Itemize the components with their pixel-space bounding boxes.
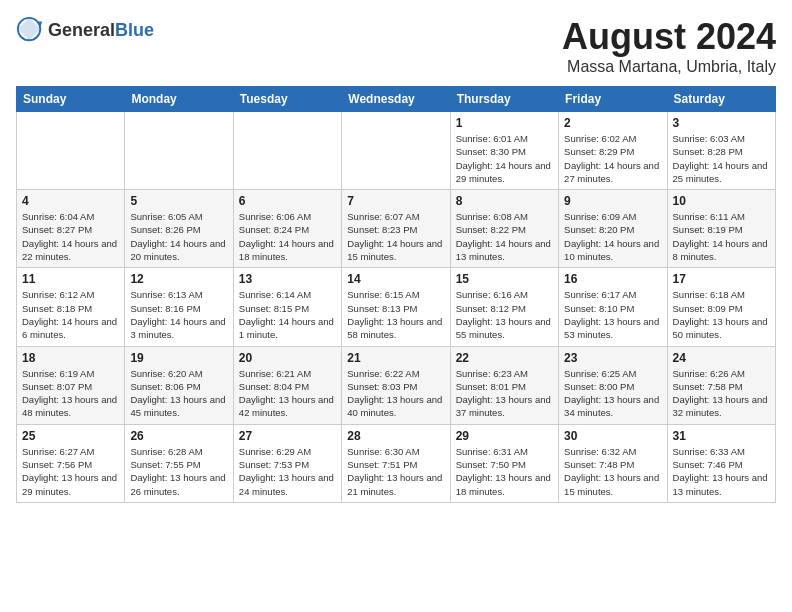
logo-icon [16,16,44,44]
cell-w5-d2: 26Sunrise: 6:28 AM Sunset: 7:55 PM Dayli… [125,424,233,502]
day-detail: Sunrise: 6:03 AM Sunset: 8:28 PM Dayligh… [673,132,770,185]
cell-w2-d3: 6Sunrise: 6:06 AM Sunset: 8:24 PM Daylig… [233,190,341,268]
day-detail: Sunrise: 6:33 AM Sunset: 7:46 PM Dayligh… [673,445,770,498]
day-detail: Sunrise: 6:27 AM Sunset: 7:56 PM Dayligh… [22,445,119,498]
day-detail: Sunrise: 6:28 AM Sunset: 7:55 PM Dayligh… [130,445,227,498]
cell-w1-d4 [342,112,450,190]
day-number: 18 [22,351,119,365]
cell-w1-d2 [125,112,233,190]
header-row: Sunday Monday Tuesday Wednesday Thursday… [17,87,776,112]
cell-w4-d7: 24Sunrise: 6:26 AM Sunset: 7:58 PM Dayli… [667,346,775,424]
day-detail: Sunrise: 6:02 AM Sunset: 8:29 PM Dayligh… [564,132,661,185]
calendar-header: Sunday Monday Tuesday Wednesday Thursday… [17,87,776,112]
cell-w4-d1: 18Sunrise: 6:19 AM Sunset: 8:07 PM Dayli… [17,346,125,424]
day-number: 11 [22,272,119,286]
day-number: 19 [130,351,227,365]
day-number: 17 [673,272,770,286]
cell-w2-d5: 8Sunrise: 6:08 AM Sunset: 8:22 PM Daylig… [450,190,558,268]
day-number: 29 [456,429,553,443]
title-block: August 2024 Massa Martana, Umbria, Italy [562,16,776,76]
day-number: 31 [673,429,770,443]
day-number: 13 [239,272,336,286]
week-row-1: 1Sunrise: 6:01 AM Sunset: 8:30 PM Daylig… [17,112,776,190]
day-number: 9 [564,194,661,208]
week-row-2: 4Sunrise: 6:04 AM Sunset: 8:27 PM Daylig… [17,190,776,268]
cell-w5-d6: 30Sunrise: 6:32 AM Sunset: 7:48 PM Dayli… [559,424,667,502]
calendar-table: Sunday Monday Tuesday Wednesday Thursday… [16,86,776,503]
day-number: 28 [347,429,444,443]
day-detail: Sunrise: 6:04 AM Sunset: 8:27 PM Dayligh… [22,210,119,263]
col-friday: Friday [559,87,667,112]
day-detail: Sunrise: 6:32 AM Sunset: 7:48 PM Dayligh… [564,445,661,498]
day-detail: Sunrise: 6:09 AM Sunset: 8:20 PM Dayligh… [564,210,661,263]
day-number: 15 [456,272,553,286]
cell-w3-d1: 11Sunrise: 6:12 AM Sunset: 8:18 PM Dayli… [17,268,125,346]
cell-w1-d7: 3Sunrise: 6:03 AM Sunset: 8:28 PM Daylig… [667,112,775,190]
cell-w4-d6: 23Sunrise: 6:25 AM Sunset: 8:00 PM Dayli… [559,346,667,424]
day-detail: Sunrise: 6:23 AM Sunset: 8:01 PM Dayligh… [456,367,553,420]
col-tuesday: Tuesday [233,87,341,112]
cell-w1-d1 [17,112,125,190]
cell-w2-d7: 10Sunrise: 6:11 AM Sunset: 8:19 PM Dayli… [667,190,775,268]
week-row-4: 18Sunrise: 6:19 AM Sunset: 8:07 PM Dayli… [17,346,776,424]
cell-w1-d5: 1Sunrise: 6:01 AM Sunset: 8:30 PM Daylig… [450,112,558,190]
day-number: 20 [239,351,336,365]
cell-w2-d1: 4Sunrise: 6:04 AM Sunset: 8:27 PM Daylig… [17,190,125,268]
day-detail: Sunrise: 6:01 AM Sunset: 8:30 PM Dayligh… [456,132,553,185]
day-detail: Sunrise: 6:20 AM Sunset: 8:06 PM Dayligh… [130,367,227,420]
day-number: 26 [130,429,227,443]
cell-w3-d4: 14Sunrise: 6:15 AM Sunset: 8:13 PM Dayli… [342,268,450,346]
cell-w5-d1: 25Sunrise: 6:27 AM Sunset: 7:56 PM Dayli… [17,424,125,502]
cell-w3-d2: 12Sunrise: 6:13 AM Sunset: 8:16 PM Dayli… [125,268,233,346]
cell-w3-d5: 15Sunrise: 6:16 AM Sunset: 8:12 PM Dayli… [450,268,558,346]
logo: General Blue [16,16,154,44]
col-monday: Monday [125,87,233,112]
day-detail: Sunrise: 6:22 AM Sunset: 8:03 PM Dayligh… [347,367,444,420]
cell-w5-d4: 28Sunrise: 6:30 AM Sunset: 7:51 PM Dayli… [342,424,450,502]
day-detail: Sunrise: 6:31 AM Sunset: 7:50 PM Dayligh… [456,445,553,498]
logo-blue: Blue [115,20,154,41]
day-detail: Sunrise: 6:08 AM Sunset: 8:22 PM Dayligh… [456,210,553,263]
cell-w5-d5: 29Sunrise: 6:31 AM Sunset: 7:50 PM Dayli… [450,424,558,502]
day-number: 3 [673,116,770,130]
cell-w1-d6: 2Sunrise: 6:02 AM Sunset: 8:29 PM Daylig… [559,112,667,190]
col-wednesday: Wednesday [342,87,450,112]
day-number: 12 [130,272,227,286]
day-number: 10 [673,194,770,208]
day-detail: Sunrise: 6:29 AM Sunset: 7:53 PM Dayligh… [239,445,336,498]
day-number: 8 [456,194,553,208]
subtitle: Massa Martana, Umbria, Italy [562,58,776,76]
col-thursday: Thursday [450,87,558,112]
day-number: 16 [564,272,661,286]
day-number: 6 [239,194,336,208]
col-sunday: Sunday [17,87,125,112]
day-detail: Sunrise: 6:21 AM Sunset: 8:04 PM Dayligh… [239,367,336,420]
day-number: 14 [347,272,444,286]
cell-w2-d6: 9Sunrise: 6:09 AM Sunset: 8:20 PM Daylig… [559,190,667,268]
day-detail: Sunrise: 6:18 AM Sunset: 8:09 PM Dayligh… [673,288,770,341]
day-detail: Sunrise: 6:12 AM Sunset: 8:18 PM Dayligh… [22,288,119,341]
day-detail: Sunrise: 6:25 AM Sunset: 8:00 PM Dayligh… [564,367,661,420]
day-detail: Sunrise: 6:14 AM Sunset: 8:15 PM Dayligh… [239,288,336,341]
cell-w4-d5: 22Sunrise: 6:23 AM Sunset: 8:01 PM Dayli… [450,346,558,424]
day-number: 1 [456,116,553,130]
day-detail: Sunrise: 6:11 AM Sunset: 8:19 PM Dayligh… [673,210,770,263]
day-detail: Sunrise: 6:26 AM Sunset: 7:58 PM Dayligh… [673,367,770,420]
cell-w3-d7: 17Sunrise: 6:18 AM Sunset: 8:09 PM Dayli… [667,268,775,346]
main-title: August 2024 [562,16,776,58]
day-detail: Sunrise: 6:30 AM Sunset: 7:51 PM Dayligh… [347,445,444,498]
cell-w4-d2: 19Sunrise: 6:20 AM Sunset: 8:06 PM Dayli… [125,346,233,424]
day-number: 24 [673,351,770,365]
day-number: 25 [22,429,119,443]
cell-w5-d7: 31Sunrise: 6:33 AM Sunset: 7:46 PM Dayli… [667,424,775,502]
day-detail: Sunrise: 6:05 AM Sunset: 8:26 PM Dayligh… [130,210,227,263]
day-number: 23 [564,351,661,365]
day-detail: Sunrise: 6:19 AM Sunset: 8:07 PM Dayligh… [22,367,119,420]
cell-w4-d3: 20Sunrise: 6:21 AM Sunset: 8:04 PM Dayli… [233,346,341,424]
day-detail: Sunrise: 6:07 AM Sunset: 8:23 PM Dayligh… [347,210,444,263]
week-row-5: 25Sunrise: 6:27 AM Sunset: 7:56 PM Dayli… [17,424,776,502]
cell-w4-d4: 21Sunrise: 6:22 AM Sunset: 8:03 PM Dayli… [342,346,450,424]
calendar-body: 1Sunrise: 6:01 AM Sunset: 8:30 PM Daylig… [17,112,776,503]
day-detail: Sunrise: 6:17 AM Sunset: 8:10 PM Dayligh… [564,288,661,341]
day-number: 27 [239,429,336,443]
